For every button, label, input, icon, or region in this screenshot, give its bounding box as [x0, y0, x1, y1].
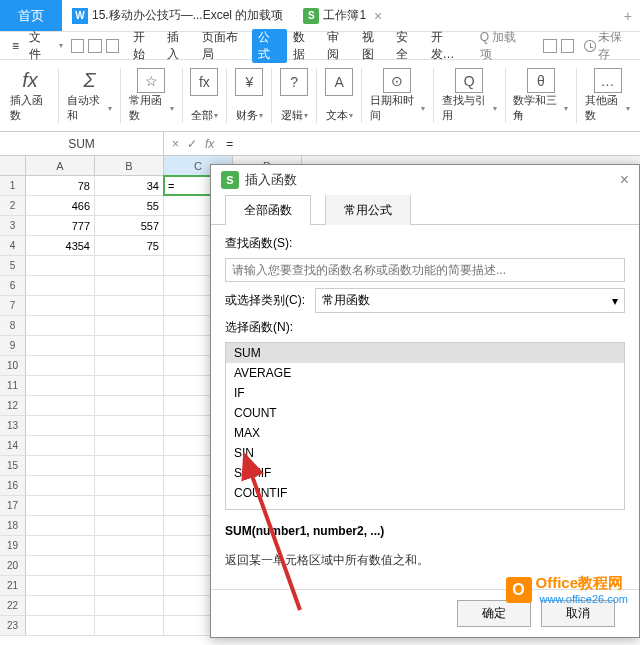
cell-B16[interactable]: [95, 476, 164, 495]
tool-icon-1[interactable]: [543, 39, 556, 53]
cell-A11[interactable]: [26, 376, 95, 395]
cell-A10[interactable]: [26, 356, 95, 375]
ribbon-tab-6[interactable]: 视图: [356, 29, 390, 63]
cell-A17[interactable]: [26, 496, 95, 515]
cell-A16[interactable]: [26, 476, 95, 495]
formula-input[interactable]: =: [222, 137, 640, 151]
add-tab-button[interactable]: +: [616, 8, 640, 24]
function-item[interactable]: MAX: [226, 423, 624, 443]
cell-B10[interactable]: [95, 356, 164, 375]
cell-B14[interactable]: [95, 436, 164, 455]
cell-A6[interactable]: [26, 276, 95, 295]
cell-A9[interactable]: [26, 336, 95, 355]
ribbon-tab-4[interactable]: 数据: [287, 29, 321, 63]
function-item[interactable]: COUNT: [226, 403, 624, 423]
col-header-B[interactable]: B: [95, 156, 164, 175]
cell-A4[interactable]: 4354: [26, 236, 95, 255]
row-header[interactable]: 8: [0, 316, 26, 335]
ribbon-tab-8[interactable]: 开发…: [425, 29, 471, 63]
cell-B3[interactable]: 557: [95, 216, 164, 235]
row-header[interactable]: 7: [0, 296, 26, 315]
ribbon-group-0[interactable]: fx插入函数: [4, 64, 56, 127]
cell-B20[interactable]: [95, 556, 164, 575]
cell-B2[interactable]: 55: [95, 196, 164, 215]
cell-A23[interactable]: [26, 616, 95, 635]
cell-B8[interactable]: [95, 316, 164, 335]
ribbon-tab-2[interactable]: 页面布局: [196, 29, 253, 63]
row-header[interactable]: 10: [0, 356, 26, 375]
row-header[interactable]: 22: [0, 596, 26, 615]
ribbon-group-2[interactable]: ☆常用函数▾: [123, 64, 180, 127]
tool-icon-2[interactable]: [561, 39, 574, 53]
cell-A14[interactable]: [26, 436, 95, 455]
function-list[interactable]: SUMAVERAGEIFCOUNTMAXSINSUMIFCOUNTIF: [225, 342, 625, 510]
ribbon-tab-5[interactable]: 审阅: [321, 29, 355, 63]
cell-A8[interactable]: [26, 316, 95, 335]
accept-formula-icon[interactable]: ✓: [183, 137, 201, 151]
cell-A20[interactable]: [26, 556, 95, 575]
ribbon-group-3[interactable]: fx全部▾: [184, 64, 224, 127]
row-header[interactable]: 4: [0, 236, 26, 255]
row-header[interactable]: 11: [0, 376, 26, 395]
tab-document[interactable]: W 15.移动办公技巧—...Excel 的加载项: [62, 0, 293, 31]
tab-common-formulas[interactable]: 常用公式: [325, 195, 411, 225]
col-header-A[interactable]: A: [26, 156, 95, 175]
function-item[interactable]: COUNTIF: [226, 483, 624, 503]
function-item[interactable]: SUM: [226, 343, 624, 363]
row-header[interactable]: 13: [0, 416, 26, 435]
cell-B13[interactable]: [95, 416, 164, 435]
ribbon-group-6[interactable]: A文本▾: [319, 64, 359, 127]
ribbon-group-1[interactable]: Σ自动求和▾: [61, 64, 118, 127]
cell-B7[interactable]: [95, 296, 164, 315]
row-header[interactable]: 15: [0, 456, 26, 475]
row-header[interactable]: 1: [0, 176, 26, 195]
save-icon[interactable]: [71, 39, 84, 53]
print-icon[interactable]: [88, 39, 101, 53]
cell-B15[interactable]: [95, 456, 164, 475]
ribbon-group-5[interactable]: ?逻辑▾: [274, 64, 314, 127]
preview-icon[interactable]: [106, 39, 119, 53]
cell-B18[interactable]: [95, 516, 164, 535]
row-header[interactable]: 16: [0, 476, 26, 495]
cell-B4[interactable]: 75: [95, 236, 164, 255]
cell-A7[interactable]: [26, 296, 95, 315]
cell-B22[interactable]: [95, 596, 164, 615]
cell-B11[interactable]: [95, 376, 164, 395]
name-box[interactable]: SUM: [0, 132, 164, 155]
ribbon-group-9[interactable]: θ数学和三角▾: [507, 64, 574, 127]
cell-B12[interactable]: [95, 396, 164, 415]
cell-A22[interactable]: [26, 596, 95, 615]
cell-A18[interactable]: [26, 516, 95, 535]
row-header[interactable]: 6: [0, 276, 26, 295]
row-header[interactable]: 20: [0, 556, 26, 575]
function-item[interactable]: SUMIF: [226, 463, 624, 483]
row-header[interactable]: 18: [0, 516, 26, 535]
cell-A2[interactable]: 466: [26, 196, 95, 215]
ribbon-tab-7[interactable]: 安全: [390, 29, 424, 63]
tab-all-functions[interactable]: 全部函数: [225, 195, 311, 225]
dialog-titlebar[interactable]: S 插入函数 ×: [211, 165, 639, 195]
cell-B19[interactable]: [95, 536, 164, 555]
cell-B6[interactable]: [95, 276, 164, 295]
cell-A3[interactable]: 777: [26, 216, 95, 235]
function-item[interactable]: IF: [226, 383, 624, 403]
cancel-formula-icon[interactable]: ×: [168, 137, 183, 151]
row-header[interactable]: 14: [0, 436, 26, 455]
file-menu[interactable]: 文件: [23, 29, 58, 63]
ribbon-tab-1[interactable]: 插入: [161, 29, 195, 63]
menu-dropdown-icon[interactable]: ≡: [8, 39, 23, 53]
row-header[interactable]: 21: [0, 576, 26, 595]
close-tab-icon[interactable]: ×: [366, 8, 390, 24]
ribbon-tab-0[interactable]: 开始: [127, 29, 161, 63]
row-header[interactable]: 3: [0, 216, 26, 235]
function-item[interactable]: SIN: [226, 443, 624, 463]
row-header[interactable]: 19: [0, 536, 26, 555]
row-header[interactable]: 17: [0, 496, 26, 515]
cell-A13[interactable]: [26, 416, 95, 435]
ribbon-tab-3[interactable]: 公式: [252, 29, 286, 63]
ribbon-group-7[interactable]: ⊙日期和时间▾: [364, 64, 431, 127]
addon-label[interactable]: Q 加载项: [480, 29, 526, 63]
ribbon-group-10[interactable]: …其他函数▾: [579, 64, 636, 127]
function-item[interactable]: AVERAGE: [226, 363, 624, 383]
cell-B1[interactable]: 34: [95, 176, 164, 195]
